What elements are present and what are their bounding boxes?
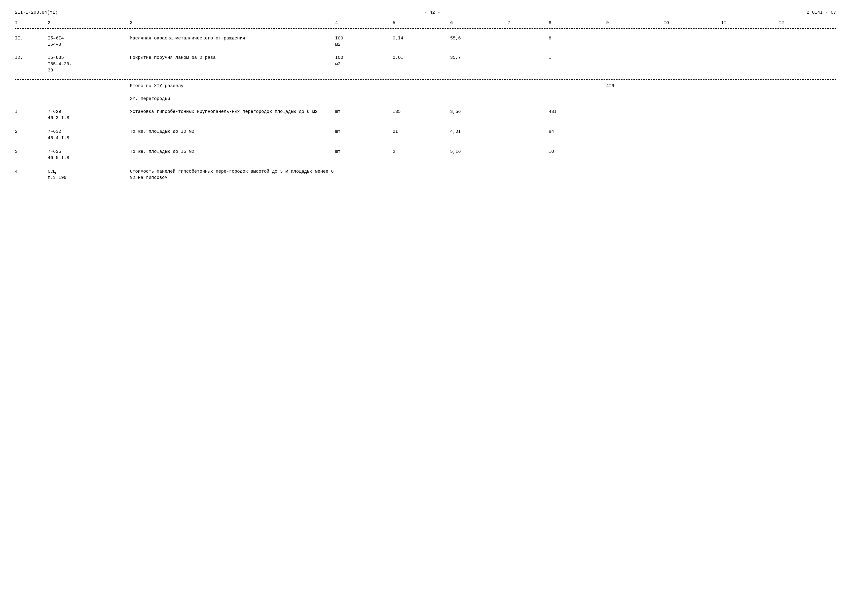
col-header-9: 9 [606,20,663,25]
col-header-7: 7 [508,20,549,25]
row-code: 7–629 46–3–I.8 [48,109,130,121]
row-col5: 2I [392,129,450,135]
section-xv-title: XY. Перегородки [15,93,836,103]
header-bottom-dashed-line [15,28,836,29]
itogo-col9: 4I9 [606,83,663,88]
row-code: I5–6I4 I64–8 [48,35,130,48]
row-desc: Стоимость панелей гипсобетонных пере-гор… [130,168,335,181]
header-right: 2 0I4I - 07 [807,10,836,15]
table-row: 4. ССЦ п.3–I90 Стоимость панелей гипсобе… [15,166,836,183]
table-row: I2. I5–635 I65–4–29, 30 Покрытие поручня… [15,52,836,76]
row-col5: I35 [392,109,450,115]
itogo-label: Итого по XIY разделу [130,83,335,88]
table-row: 2. 7–632 46–4–I.8 То же, площадью до IO … [15,126,836,143]
row-col4: IOO м2 [335,35,392,48]
row-num: II. [15,35,48,42]
table-row: 3. 7–635 46–5–I.8 То же, площадью до I5 … [15,146,836,163]
col-header-5: 5 [392,20,450,25]
row-desc: То же, площадью до IO м2 [130,129,335,135]
row-col8: 84 [549,129,606,135]
top-dashed-line [15,17,836,17]
row-desc: Масляная окраска металлического ог-ражде… [130,35,335,42]
row-col8: 48I [549,109,606,115]
row-col4: шт [335,109,392,115]
row-col8: 8 [549,35,606,42]
row-desc: То же, площадью до I5 м2 [130,148,335,155]
column-header-row: I 2 3 4 5 6 7 8 9 IO II I2 [15,18,836,27]
row-col6: 55,6 [450,35,508,42]
col-header-3: 3 [130,20,335,25]
row-desc: Установка гипсобе-тонных крупнопанель-ны… [130,109,335,115]
row-code: I5–635 I65–4–29, 30 [48,55,130,73]
row-col4: шт [335,148,392,155]
itogo-top-dashed-line [15,79,836,80]
col-header-4: 4 [335,20,392,25]
row-col5: 0,OI [392,55,450,61]
itogo-row: Итого по XIY разделу 4I9 [15,81,836,90]
row-col6: 3,56 [450,109,508,115]
row-col6: 35,7 [450,55,508,61]
page-header: 2II-I-293.84(YI) - 42 - 2 0I4I - 07 [15,10,836,15]
col-header-2: 2 [48,20,130,25]
col-header-11: II [721,20,779,25]
row-code: 7–635 46–5–I.8 [48,148,130,161]
table-row: I. 7–629 46–3–I.8 Установка гипсобе-тонн… [15,106,836,124]
row-code: 7–632 46–4–I.8 [48,129,130,141]
row-col4: шт [335,129,392,135]
header-left: 2II-I-293.84(YI) [15,10,58,15]
row-code: ССЦ п.3–I90 [48,168,130,181]
row-num: 3. [15,148,48,155]
table-row: II. I5–6I4 I64–8 Масляная окраска металл… [15,33,836,50]
row-num: 4. [15,168,48,175]
row-col6: 5,I6 [450,148,508,155]
row-col4: IOO м2 [335,55,392,67]
col-header-1: I [15,20,48,25]
col-header-6: 6 [450,20,508,25]
row-col8: IO [549,148,606,155]
col-header-12: I2 [779,20,836,25]
row-desc: Покрытие поручня лаком за 2 раза [130,55,335,61]
col-header-8: 8 [549,20,606,25]
col-header-10: IO [663,20,721,25]
header-center: - 42 - [424,10,440,15]
row-col5: 0,I4 [392,35,450,42]
row-col6: 4,OI [450,129,508,135]
row-num: I2. [15,55,48,61]
row-col8: I [549,55,606,61]
row-col5: 2 [392,148,450,155]
row-num: 2. [15,129,48,135]
row-num: I. [15,109,48,115]
